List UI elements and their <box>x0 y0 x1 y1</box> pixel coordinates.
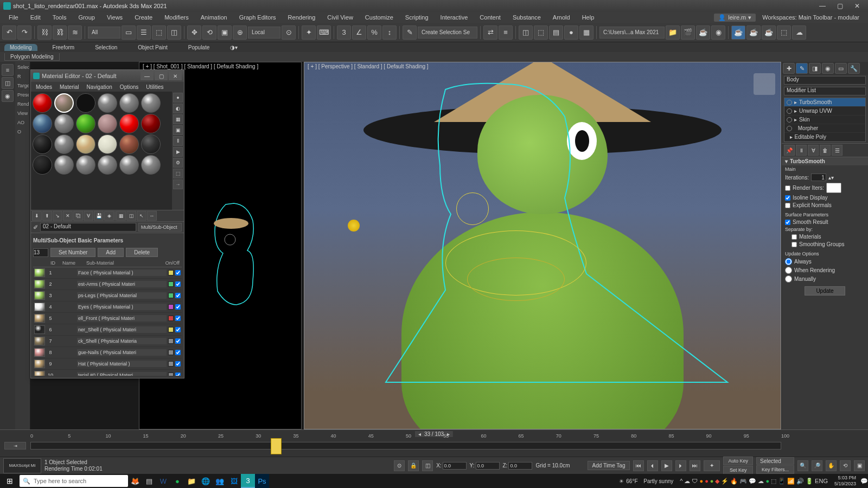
me-menu-material[interactable]: Material <box>56 84 83 90</box>
mod-morpher[interactable]: Morpher <box>784 124 865 133</box>
pan-button[interactable]: ✋ <box>826 460 837 471</box>
menu-file[interactable]: File <box>3 13 24 22</box>
polygon-modeling-panel[interactable]: Polygon Modeling <box>4 53 60 61</box>
me-close-button[interactable]: ✕ <box>169 72 182 80</box>
swatch-7[interactable] <box>33 114 52 133</box>
me-map-channel-button[interactable]: → <box>173 179 183 189</box>
viewport-perspective[interactable]: [ + ] [ Perspective ] [ Standard ] [ Def… <box>304 62 781 429</box>
me-put-library-button[interactable]: 💾 <box>94 211 104 221</box>
open-project-button[interactable]: 📁 <box>666 25 680 40</box>
menu-customize[interactable]: Customize <box>360 13 399 22</box>
swatch-8[interactable] <box>54 114 74 133</box>
pivot-button[interactable]: ⊙ <box>282 25 296 40</box>
menu-rendering[interactable]: Rendering <box>283 13 321 22</box>
ribbon-expand-icon[interactable]: ◑▾ <box>225 44 243 51</box>
maximize-button[interactable]: ▢ <box>831 1 848 11</box>
keymode-drop[interactable]: Selected <box>756 457 794 465</box>
submat-row[interactable]: 3ps-Legs ( Physical Material <box>33 290 182 301</box>
renderiters-check[interactable] <box>785 185 790 191</box>
edit-selection-button[interactable]: ✎ <box>403 25 417 40</box>
swatch-17[interactable] <box>119 134 139 154</box>
me-video-check-button[interactable]: Ⅱ <box>173 136 183 146</box>
me-background-button[interactable]: ▦ <box>173 114 183 124</box>
upd-manually-radio[interactable] <box>785 275 792 282</box>
material-editor-dialog[interactable]: Material Editor - 02 - Default — ▢ ✕ Mod… <box>30 69 184 378</box>
user-account[interactable]: 👤 leire.m ▾ <box>714 14 756 22</box>
material-swatches[interactable] <box>31 92 172 210</box>
mod-turbosmooth[interactable]: ▸ TurboSmooth <box>784 98 865 107</box>
menu-civil[interactable]: Civil View <box>322 13 358 22</box>
angle-snap-button[interactable]: ∠ <box>352 25 366 40</box>
sep-materials-check[interactable] <box>792 234 797 240</box>
isoline-check[interactable] <box>785 195 790 201</box>
me-go-sibling-button[interactable]: ↔ <box>147 211 157 221</box>
swatch-13[interactable] <box>33 134 52 154</box>
next-frame-button[interactable]: ⏵ <box>675 460 686 471</box>
me-show-map-button[interactable]: ▦ <box>116 211 126 221</box>
add-time-tag-button[interactable]: Add Time Tag <box>588 461 630 470</box>
modifier-list-drop[interactable]: Modifier List <box>784 87 866 95</box>
submat-row[interactable]: 2est-Arms ( Physical Materi <box>33 279 182 290</box>
pin-stack-button[interactable]: 📌 <box>784 145 795 156</box>
y-input[interactable] <box>476 462 500 470</box>
select-name-button[interactable]: ☰ <box>137 25 151 40</box>
me-menu-utilities[interactable]: Utilities <box>142 84 167 90</box>
scene-explorer-toggle[interactable]: ≡ <box>2 64 14 76</box>
swatch-11[interactable] <box>119 114 139 133</box>
configure-sets-button[interactable]: ☰ <box>832 145 843 156</box>
upd-always-radio[interactable] <box>785 258 792 265</box>
menu-group[interactable]: Group <box>73 13 100 22</box>
crease-explorer-toggle[interactable]: ◉ <box>2 90 14 102</box>
show-end-result-button[interactable]: Ⅱ <box>796 145 807 156</box>
bind-button[interactable]: ≋ <box>68 25 82 40</box>
orbit-button[interactable]: ⟲ <box>840 460 851 471</box>
redo-button[interactable]: ↷ <box>17 25 31 40</box>
track-toggle[interactable]: ⇥ <box>4 442 26 450</box>
me-maximize-button[interactable]: ▢ <box>155 72 168 80</box>
photoshop-icon[interactable]: Ps <box>255 474 269 488</box>
swatch-12[interactable] <box>141 114 161 133</box>
project-path[interactable]: C:\Users\...a Max 2021 <box>599 27 665 38</box>
delete-button[interactable]: Delete <box>126 248 158 257</box>
swatch-1[interactable] <box>33 93 52 113</box>
schematic-button[interactable]: ▤ <box>549 25 563 40</box>
selection-set-drop[interactable]: Create Selection Se <box>418 27 477 38</box>
explorer-icon[interactable]: 📁 <box>184 474 199 488</box>
me-menu-modes[interactable]: Modes <box>32 84 56 90</box>
submat-row[interactable]: 6ner_Shell ( Physical Materi <box>33 324 182 336</box>
swatch-3[interactable] <box>76 93 95 113</box>
percent-snap-button[interactable]: % <box>367 25 381 40</box>
menu-create[interactable]: Create <box>129 13 158 22</box>
close-button[interactable]: ✕ <box>848 1 866 11</box>
snap-button[interactable]: 3 <box>337 25 351 40</box>
isolate-button[interactable]: ◫ <box>422 460 433 471</box>
create-tab[interactable]: ✚ <box>783 63 795 74</box>
menu-help[interactable]: Help <box>577 13 600 22</box>
modifier-stack[interactable]: ▸ TurboSmooth ▸ Unwrap UVW ▸ Skin Morphe… <box>784 98 866 142</box>
submat-row[interactable]: 4Eyes ( Physical Material ) <box>33 301 182 313</box>
upd-whenrend-radio[interactable] <box>785 267 792 274</box>
me-minimize-button[interactable]: — <box>141 72 154 80</box>
me-menu-options[interactable]: Options <box>116 84 142 90</box>
me-show-end-button[interactable]: ◫ <box>126 211 136 221</box>
ribbon-populate[interactable]: Populate <box>183 44 215 51</box>
render-button[interactable]: ☕ <box>731 25 745 40</box>
me-get-material-button[interactable]: ⬇ <box>32 211 42 221</box>
prev-frame-button[interactable]: ⏴ <box>647 460 658 471</box>
unlink-button[interactable]: ⛓̸ <box>53 25 67 40</box>
spinner-snap-button[interactable]: ↕ <box>382 25 397 40</box>
menu-tools[interactable]: Tools <box>47 13 72 22</box>
update-button[interactable]: Update <box>805 286 845 296</box>
x-input[interactable] <box>443 462 467 470</box>
menu-modifiers[interactable]: Modifiers <box>159 13 194 22</box>
swatch-15[interactable] <box>76 134 95 154</box>
render-prod-button[interactable]: 🎬 <box>681 25 695 40</box>
layers-button[interactable]: ◫ <box>519 25 533 40</box>
placement-button[interactable]: ⊕ <box>233 25 247 40</box>
menu-arnold[interactable]: Arnold <box>547 13 576 22</box>
swatch-18[interactable] <box>141 134 161 154</box>
render-setup-button[interactable]: ▦ <box>579 25 593 40</box>
ribbon-modeling[interactable]: Modeling <box>4 44 37 51</box>
swatch-22[interactable] <box>98 155 117 175</box>
utilities-tab[interactable]: 🔧 <box>848 63 860 74</box>
